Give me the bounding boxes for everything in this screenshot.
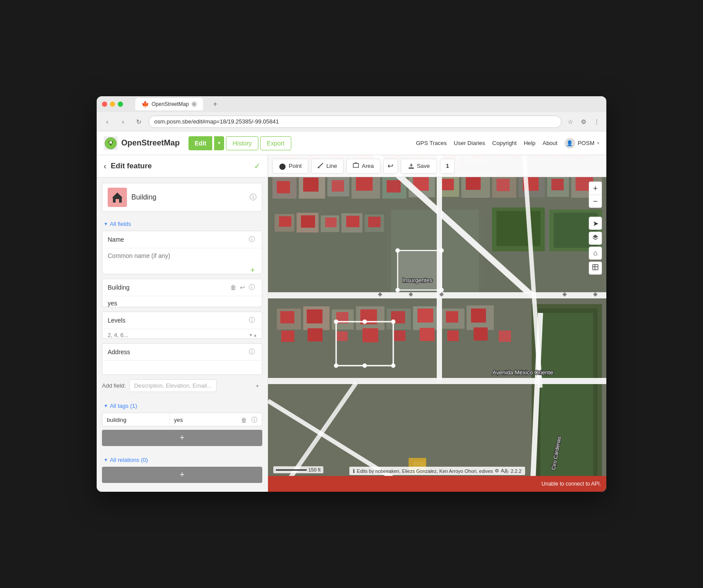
point-tool-button[interactable]: ⬤ Point xyxy=(272,159,308,174)
gps-traces-link[interactable]: GPS Traces xyxy=(416,140,447,146)
menu-button[interactable]: ⋮ xyxy=(591,116,602,127)
svg-rect-62 xyxy=(325,218,337,227)
map-data-button[interactable] xyxy=(589,261,602,275)
background-button[interactable]: ⌂ xyxy=(589,247,602,260)
name-input[interactable] xyxy=(108,252,257,259)
zoom-out-icon: − xyxy=(593,197,598,205)
zoom-out-button[interactable]: − xyxy=(589,195,602,208)
line-tool-button[interactable]: Line xyxy=(311,159,344,174)
levels-field-group: Levels ⓘ ▾ ▴ xyxy=(102,312,262,338)
user-menu[interactable]: 👤 POSM ▾ xyxy=(565,138,599,149)
name-info-button[interactable]: ⓘ xyxy=(247,235,257,244)
gps-button[interactable]: ➤ xyxy=(589,217,602,230)
area-tool-button[interactable]: Area xyxy=(346,159,380,174)
url-input[interactable] xyxy=(149,116,562,128)
tag-actions: 🗑 ⓘ xyxy=(236,415,262,425)
building-info-button[interactable]: ⓘ xyxy=(247,283,257,292)
browser-window: 🍁 OpenStreetMap × + ‹ › ↻ ☆ ⚙ ⋮ OpenS xyxy=(97,96,606,492)
user-diaries-link[interactable]: User Diaries xyxy=(454,140,486,146)
address-field-header: Address ⓘ xyxy=(102,344,262,361)
about-link[interactable]: About xyxy=(543,140,558,146)
svg-rect-47 xyxy=(466,176,481,190)
logo: OpenStreetMap xyxy=(104,136,180,150)
add-field-select[interactable]: Description, Elevation, Email... xyxy=(129,379,217,392)
save-button[interactable]: Save xyxy=(401,159,438,174)
levels-field-header: Levels ⓘ xyxy=(102,312,262,329)
address-input[interactable] xyxy=(108,365,257,372)
svg-point-133 xyxy=(395,288,400,292)
history-button[interactable]: History xyxy=(226,136,258,150)
tab-close-button[interactable]: × xyxy=(192,102,197,107)
copyright-link[interactable]: Copyright xyxy=(492,140,517,146)
all-tags-toggle[interactable]: ▼ All tags (1) xyxy=(97,399,268,413)
layers-button[interactable] xyxy=(589,232,602,245)
svg-rect-46 xyxy=(442,179,454,190)
bookmark-button[interactable]: ☆ xyxy=(565,116,576,127)
building-field-label: Building xyxy=(108,284,228,291)
point-label: Point xyxy=(289,163,302,169)
traffic-lights xyxy=(102,102,123,107)
tag-info-button[interactable]: ⓘ xyxy=(250,415,259,425)
help-link[interactable]: Help xyxy=(524,140,536,146)
svg-point-138 xyxy=(318,167,319,168)
add-relation-button[interactable]: + xyxy=(102,467,262,483)
svg-point-124 xyxy=(334,319,338,324)
tag-key[interactable]: building xyxy=(102,413,170,426)
svg-point-128 xyxy=(362,319,367,324)
extensions-button[interactable]: ⚙ xyxy=(578,116,589,127)
undo-button[interactable]: ↩ xyxy=(383,159,398,174)
svg-rect-89 xyxy=(281,330,294,342)
map-area[interactable]: Insurgentes Avenida México Oriente Ciro … xyxy=(268,155,606,492)
svg-rect-140 xyxy=(409,167,414,169)
tag-value[interactable]: yes xyxy=(170,413,236,426)
map-scale: 150 ft xyxy=(273,466,323,474)
svg-rect-75 xyxy=(307,309,323,323)
building-reset-button[interactable]: ↩ xyxy=(238,283,247,292)
zoom-in-button[interactable]: + xyxy=(589,181,602,195)
point-icon: ⬤ xyxy=(279,163,286,170)
svg-rect-50 xyxy=(551,179,564,190)
zoom-in-icon: + xyxy=(593,185,598,192)
info-icon: ⓘ xyxy=(250,193,257,201)
address-info-button[interactable]: ⓘ xyxy=(247,347,257,357)
svg-point-131 xyxy=(395,248,400,253)
back-to-map-button[interactable]: ‹ xyxy=(104,162,106,171)
new-tab-button[interactable]: + xyxy=(210,99,221,109)
forward-button[interactable]: › xyxy=(117,116,129,128)
edit-button[interactable]: Edit xyxy=(188,136,212,150)
svg-rect-130 xyxy=(398,250,442,290)
edit-dropdown-button[interactable]: ▾ xyxy=(214,136,224,150)
svg-rect-91 xyxy=(336,331,348,341)
user-avatar: 👤 xyxy=(565,138,575,149)
close-window-button[interactable] xyxy=(102,102,107,107)
tab-title: OpenStreetMap xyxy=(152,101,189,107)
feature-info-button[interactable]: ⓘ xyxy=(250,193,257,202)
levels-input[interactable] xyxy=(108,332,250,338)
add-field-row: Add field: Description, Elevation, Email… xyxy=(102,379,262,392)
name-add-button[interactable]: + xyxy=(248,265,257,274)
add-field-wrapper: Description, Elevation, Email... xyxy=(129,379,262,392)
minimize-window-button[interactable] xyxy=(110,102,115,107)
levels-info-button[interactable]: ⓘ xyxy=(247,316,257,325)
badge-button[interactable]: 1 xyxy=(440,159,455,174)
name-field-group: Name ⓘ + xyxy=(102,231,262,274)
levels-up-icon: ▴ xyxy=(254,332,257,338)
browser-tab[interactable]: 🍁 OpenStreetMap × xyxy=(135,98,203,110)
export-button[interactable]: Export xyxy=(260,136,291,150)
svg-rect-92 xyxy=(362,328,378,342)
header-nav: GPS Traces User Diaries Copyright Help A… xyxy=(416,140,558,146)
svg-point-1 xyxy=(109,141,112,144)
back-button[interactable]: ‹ xyxy=(101,116,113,128)
building-delete-button[interactable]: 🗑 xyxy=(228,283,238,292)
all-relations-toggle[interactable]: ▼ All relations (0) xyxy=(97,453,268,467)
reload-button[interactable]: ↻ xyxy=(133,116,145,128)
svg-rect-81 xyxy=(471,309,486,323)
all-fields-toggle[interactable]: ▼ All fields xyxy=(97,217,268,231)
tag-delete-button[interactable]: 🗑 xyxy=(239,415,249,425)
confirm-button[interactable]: ✓ xyxy=(254,161,261,171)
feature-type-row: Building ⓘ xyxy=(102,183,262,212)
add-tag-button[interactable]: + xyxy=(102,430,262,446)
fullscreen-window-button[interactable] xyxy=(118,102,123,107)
svg-rect-43 xyxy=(356,176,373,191)
name-field-header: Name ⓘ xyxy=(102,231,262,248)
